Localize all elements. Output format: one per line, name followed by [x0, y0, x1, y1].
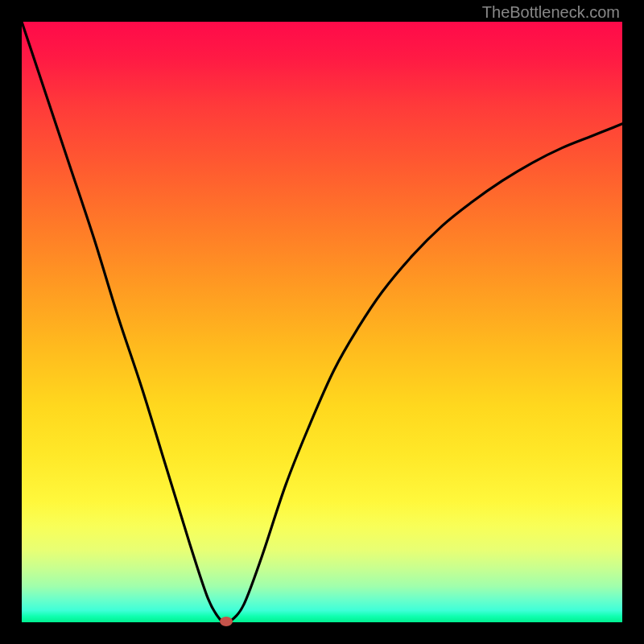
- watermark-text: TheBottleneck.com: [482, 3, 620, 22]
- bottleneck-curve: [22, 22, 622, 622]
- curve-svg: [22, 22, 622, 622]
- chart-frame: TheBottleneck.com: [0, 0, 644, 644]
- optimal-point-marker: [220, 617, 233, 626]
